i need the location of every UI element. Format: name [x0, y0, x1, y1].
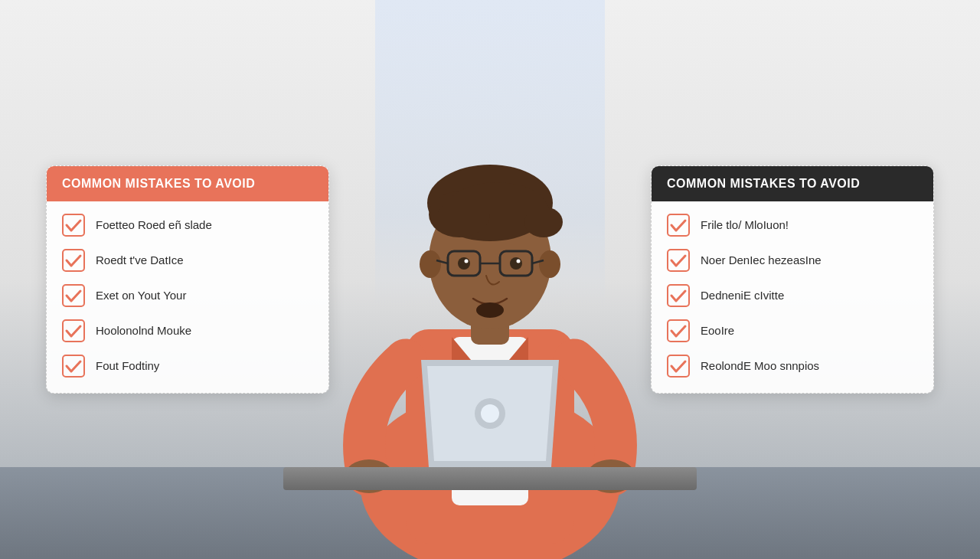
- check-icon: [62, 284, 85, 307]
- left-card-title: COMMON MISTAKES TO AVOID: [62, 177, 255, 191]
- right-card-body: Frile tlo/ MloIuon! Noer DenIec hezeasIn…: [652, 201, 933, 393]
- left-card-body: Foetteo Roed eñ slade Roedt t've DatIce …: [47, 201, 328, 393]
- check-icon: [667, 355, 690, 378]
- svg-point-31: [476, 302, 504, 318]
- list-item: Noer DenIec hezeasIne: [667, 249, 918, 272]
- item-text: Exet on Yout Your: [96, 288, 186, 303]
- left-card-header: COMMON MISTAKES TO AVOID: [47, 166, 328, 201]
- list-item: Frile tlo/ MloIuon!: [667, 214, 918, 237]
- right-card-title: COMMON MISTAKES TO AVOID: [667, 177, 860, 191]
- right-card: COMMON MISTAKES TO AVOID Frile tlo/ MloI…: [651, 165, 934, 394]
- check-icon: [667, 284, 690, 307]
- svg-point-20: [420, 250, 441, 278]
- svg-point-28: [510, 257, 522, 270]
- list-item: Hoolonolnd Mouke: [62, 319, 313, 342]
- desk: [283, 467, 697, 490]
- item-text: Foetteo Roed eñ slade: [96, 217, 212, 233]
- check-icon: [62, 319, 85, 342]
- item-text: EooIre: [701, 323, 734, 338]
- item-text: Noer DenIec hezeasIne: [701, 253, 822, 268]
- svg-point-37: [481, 404, 499, 423]
- item-text: Hoolonolnd Mouke: [96, 323, 191, 338]
- left-card: COMMON MISTAKES TO AVOID Foetteo Roed eñ…: [46, 165, 329, 394]
- svg-point-30: [517, 260, 521, 263]
- svg-point-29: [465, 260, 469, 263]
- item-text: DedneniE cIvitte: [701, 288, 784, 303]
- list-item: ReolondE Moo snnpios: [667, 355, 918, 378]
- check-icon: [62, 214, 85, 237]
- list-item: DedneniE cIvitte: [667, 284, 918, 307]
- list-item: Roedt t've DatIce: [62, 249, 313, 272]
- item-text: Roedt t've DatIce: [96, 253, 184, 268]
- check-icon: [62, 249, 85, 272]
- list-item: EooIre: [667, 319, 918, 342]
- list-item: Fout Fodtiny: [62, 355, 313, 378]
- item-text: ReolondE Moo snnpios: [701, 358, 819, 374]
- item-text: Frile tlo/ MloIuon!: [701, 217, 789, 233]
- right-card-header: COMMON MISTAKES TO AVOID: [652, 166, 933, 201]
- item-text: Fout Fodtiny: [96, 358, 159, 374]
- svg-point-21: [539, 250, 560, 278]
- svg-point-27: [458, 257, 470, 270]
- list-item: Exet on Yout Your: [62, 284, 313, 307]
- check-icon: [667, 214, 690, 237]
- check-icon: [62, 355, 85, 378]
- check-icon: [667, 319, 690, 342]
- check-icon: [667, 249, 690, 272]
- list-item: Foetteo Roed eñ slade: [62, 214, 313, 237]
